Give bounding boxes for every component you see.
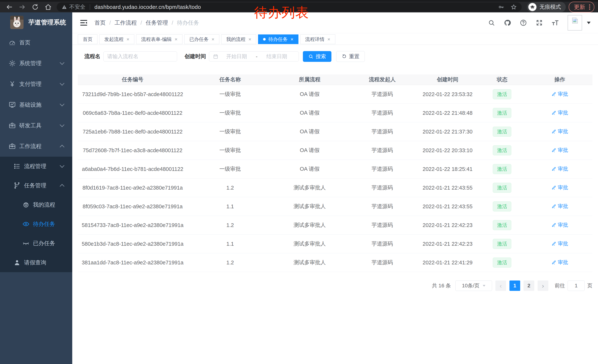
font-size-icon[interactable]: [552, 19, 559, 26]
page-2-button[interactable]: 2: [523, 281, 534, 291]
close-tab-icon[interactable]: ×: [249, 36, 251, 42]
cell-create-time: 2022-01-21 22:43:55: [418, 185, 477, 191]
close-tab-icon[interactable]: ×: [291, 36, 293, 42]
sidebar-item-todo-task[interactable]: 待办任务: [0, 214, 72, 234]
approve-link[interactable]: 审批: [551, 184, 568, 191]
sidebar-item-label: 待办任务: [33, 220, 55, 228]
approve-link[interactable]: 审批: [551, 221, 568, 228]
chevron-down-icon: [60, 60, 64, 65]
security-label[interactable]: 不安全: [69, 3, 85, 11]
cell-status: 激活: [477, 89, 527, 99]
browser-reload-icon[interactable]: [32, 3, 39, 11]
key-icon[interactable]: [498, 4, 504, 10]
sidebar-item-task-mgmt[interactable]: 任务管理: [0, 176, 72, 195]
end-date-placeholder[interactable]: 结束日期: [259, 53, 295, 60]
table-row: 725a1eb6-7b88-11ec-8ef0-acde48001122一级审批…: [78, 122, 592, 141]
approve-link[interactable]: 审批: [551, 128, 568, 135]
cell-process-name: OA 请假: [273, 109, 346, 117]
cell-task-name: 一级审批: [187, 90, 273, 98]
close-tab-icon[interactable]: ×: [175, 36, 177, 42]
tab-待办任务[interactable]: 待办任务×: [258, 34, 298, 44]
sidebar-item-home[interactable]: 首页: [0, 32, 72, 53]
sidebar-item-infra[interactable]: 基础设施: [0, 94, 72, 115]
sidebar-menu: 首页系统管理支付管理基础设施研发工具工作流程流程管理任务管理我的流程待办任务已办…: [0, 32, 72, 272]
sidebar-item-label: 首页: [19, 39, 30, 47]
status-badge: 激活: [493, 258, 511, 267]
close-tab-icon[interactable]: ×: [212, 36, 214, 42]
approve-link[interactable]: 审批: [551, 240, 568, 247]
approve-label: 审批: [558, 240, 568, 247]
sidebar-item-payment[interactable]: 支付管理: [0, 74, 72, 94]
goto-page-input[interactable]: [568, 281, 585, 291]
cell-action: 审批: [527, 203, 592, 210]
cell-status: 激活: [477, 164, 527, 174]
search-icon[interactable]: [488, 19, 495, 26]
monitor-icon: [8, 101, 16, 109]
avatar-dropdown-icon[interactable]: [587, 22, 590, 26]
prev-page-button[interactable]: ‹: [495, 281, 506, 291]
edit-icon: [551, 223, 558, 227]
bookmark-star-icon[interactable]: [511, 4, 517, 10]
tab-发起流程[interactable]: 发起流程×: [99, 34, 134, 44]
cell-status: 激活: [477, 202, 527, 211]
approve-link[interactable]: 审批: [551, 109, 568, 116]
page-size-select[interactable]: 10条/页: [455, 281, 492, 291]
sidebar-item-workflow[interactable]: 工作流程: [0, 136, 72, 157]
close-tab-icon[interactable]: ×: [126, 36, 129, 42]
breadcrumb-task-mgmt[interactable]: 任务管理: [146, 19, 168, 27]
approve-link[interactable]: 审批: [551, 165, 568, 172]
tab-流程表单-编辑[interactable]: 流程表单-编辑×: [136, 34, 183, 44]
start-date-placeholder[interactable]: 开始日期: [218, 53, 255, 60]
cell-task-id: 069c6a63-7b8a-11ec-8ef0-acde48001122: [78, 110, 187, 116]
app-logo[interactable]: 芋道管理系统: [0, 12, 72, 32]
fullscreen-icon[interactable]: [536, 19, 543, 26]
help-icon[interactable]: [520, 19, 527, 26]
reset-button[interactable]: 重置: [336, 51, 365, 62]
browser-home-icon[interactable]: [44, 3, 52, 11]
cell-action: 审批: [527, 147, 592, 154]
approve-label: 审批: [558, 147, 568, 154]
browser-forward-icon[interactable]: [18, 3, 26, 11]
sidebar-item-devtools[interactable]: 研发工具: [0, 115, 72, 136]
tab-流程详情[interactable]: 流程详情×: [300, 34, 335, 44]
cell-task-name: 1.2: [187, 259, 273, 266]
sidebar-item-done-task[interactable]: 已办任务: [0, 234, 72, 253]
sidebar-item-my-process[interactable]: 我的流程: [0, 195, 72, 214]
approve-link[interactable]: 审批: [551, 90, 568, 97]
tree-icon: [13, 181, 21, 190]
page-1-button[interactable]: 1: [509, 281, 520, 291]
face-icon: [22, 201, 30, 209]
breadcrumb-workflow[interactable]: 工作流程: [115, 19, 137, 27]
cell-process-name: OA 请假: [273, 90, 346, 98]
sidebar-item-process-mgmt[interactable]: 流程管理: [0, 157, 72, 176]
sidebar-item-leave-query[interactable]: 请假查询: [0, 253, 72, 272]
url-text[interactable]: dashboard.yudao.iocoder.cn/bpm/task/todo: [94, 4, 201, 10]
cell-task-id: a6aba0a4-7b6d-11ec-b781-acde48001122: [78, 166, 187, 172]
browser-url-bar[interactable]: 不安全 dashboard.yudao.iocoder.cn/bpm/task/…: [57, 2, 522, 12]
sidebar-item-system[interactable]: 系统管理: [0, 53, 72, 74]
close-tab-icon[interactable]: ×: [328, 36, 330, 42]
date-range-picker[interactable]: 开始日期 - 结束日期: [209, 51, 299, 61]
breadcrumb-home[interactable]: 首页: [94, 19, 106, 27]
approve-link[interactable]: 审批: [551, 203, 568, 210]
next-page-button[interactable]: ›: [538, 281, 548, 291]
github-icon[interactable]: [504, 19, 511, 26]
tab-label: 我的流程: [226, 36, 245, 43]
process-name-input[interactable]: [103, 51, 177, 61]
process-name-label: 流程名: [84, 53, 100, 60]
avatar[interactable]: [568, 15, 582, 31]
table-row: 069c6a63-7b8a-11ec-8ef0-acde48001122一级审批…: [78, 104, 592, 122]
search-button[interactable]: 搜索: [303, 51, 332, 62]
collapse-sidebar-icon[interactable]: [80, 19, 88, 27]
tab-已办任务[interactable]: 已办任务×: [184, 34, 219, 44]
browser-menu-icon[interactable]: [589, 7, 590, 8]
sidebar-item-label: 工作流程: [19, 143, 42, 150]
browser-back-icon[interactable]: [6, 3, 13, 11]
approve-label: 审批: [558, 221, 568, 228]
approve-link[interactable]: 审批: [551, 259, 568, 266]
approve-link[interactable]: 审批: [551, 147, 568, 154]
update-button[interactable]: 更新: [569, 2, 594, 12]
tab-我的流程[interactable]: 我的流程×: [221, 34, 256, 44]
tab-首页[interactable]: 首页: [78, 34, 98, 44]
chevron-up-icon: [60, 184, 64, 189]
